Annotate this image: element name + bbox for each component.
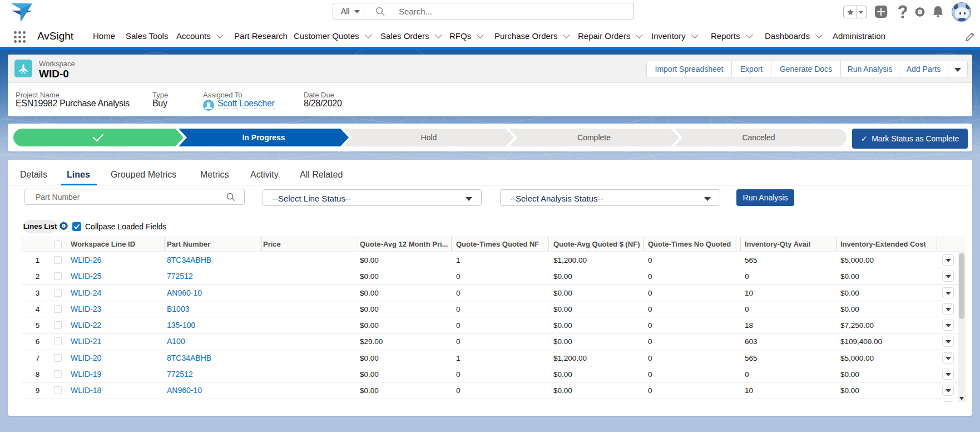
svg-text:Canceled: Canceled xyxy=(742,133,775,142)
svg-text:In Progress: In Progress xyxy=(242,133,285,142)
svg-text:Complete: Complete xyxy=(577,133,611,142)
svg-text:Hold: Hold xyxy=(421,133,437,142)
